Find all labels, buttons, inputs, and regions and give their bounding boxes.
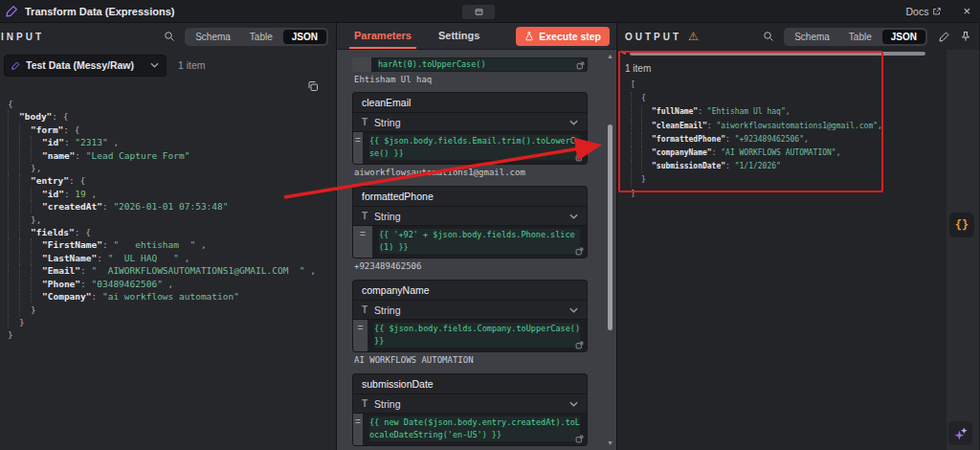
parameter-field-submissionDate: submissionDateTString={{ new Date($json.… — [352, 373, 588, 446]
expression-preview: +923489462506 — [354, 261, 588, 271]
pin-data-icon[interactable] — [960, 31, 971, 42]
json-line: { — [8, 98, 336, 110]
field-type-select[interactable]: TString — [352, 300, 588, 320]
json-line: "companyName": "AI WORKFLOWS AUTOMATION"… — [631, 146, 979, 160]
vertical-scrollbar[interactable] — [608, 124, 612, 330]
close-icon[interactable]: × — [963, 5, 970, 17]
input-source-label: Test Data (Messy/Raw) — [26, 59, 145, 71]
field-type-label: String — [374, 211, 563, 222]
field-name-input[interactable]: submissionDate — [352, 373, 588, 394]
chevron-down-icon — [150, 62, 159, 68]
json-line: } — [8, 316, 336, 328]
json-line: } — [8, 328, 336, 341]
expression-input[interactable]: {{ '+92' + $json.body.fields.Phone.slice… — [372, 226, 587, 258]
json-line: "submissionDate": "1/1/2026" — [631, 160, 979, 173]
parameter-field-companyName: companyNameTString={{ $json.body.fields.… — [352, 280, 588, 365]
node-title: Transform Data (Expressions) — [25, 6, 175, 17]
json-line: "fields": { — [8, 226, 336, 238]
input-json-view[interactable]: {"body": {"form": {"id": "2313" ,"name":… — [0, 94, 336, 342]
output-tab-json[interactable]: JSON — [882, 30, 925, 44]
output-tab-table[interactable]: Table — [840, 30, 880, 44]
input-item-count: 1 item — [178, 59, 206, 71]
set-node-icon — [6, 5, 18, 17]
expand-expression-icon[interactable] — [575, 247, 584, 256]
json-line: "cleanEmail": "aiworkflowsautomations1@g… — [631, 120, 979, 133]
field-type-select[interactable]: TString — [352, 112, 588, 132]
json-line: "name": "Lead Capture Form" — [8, 149, 336, 162]
input-source-select[interactable]: Test Data (Messy/Raw) — [4, 55, 167, 77]
json-line: [ — [631, 79, 979, 92]
json-line: "id": 19 , — [8, 188, 336, 200]
execute-step-button[interactable]: Execute step — [516, 27, 610, 46]
json-line: }, — [8, 214, 336, 226]
search-icon[interactable] — [763, 31, 774, 42]
chevron-down-icon — [569, 401, 578, 407]
expression-input[interactable]: {{ $json.body.fields.Company.toUpperCase… — [368, 320, 587, 351]
expand-expression-icon[interactable] — [575, 341, 584, 349]
ai-assistant-sparkle-icon[interactable] — [948, 421, 972, 445]
json-line: "Company": "ai workflows automation" — [8, 290, 336, 303]
output-item-count: 1 item — [625, 63, 979, 74]
json-line: "createdAt": "2026-01-01 07:53:48" — [8, 200, 336, 213]
input-panel: INPUT SchemaTableJSON Test Data (Messy/R… — [0, 23, 337, 450]
warning-icon: ⚠ — [688, 30, 699, 43]
search-icon[interactable] — [164, 31, 175, 42]
tab-settings[interactable]: Settings — [434, 23, 484, 49]
horizontal-scrollbar-thumb[interactable] — [630, 52, 925, 56]
expand-expression-icon[interactable] — [576, 61, 585, 70]
tab-parameters[interactable]: Parameters — [349, 23, 416, 49]
output-view-tabs: SchemaTableJSON — [784, 28, 927, 46]
expand-expression-icon[interactable] — [575, 435, 584, 443]
expression-equals-badge: = — [353, 320, 368, 351]
expand-expression-icon[interactable] — [575, 153, 584, 162]
output-panel-title: OUTPUT — [625, 32, 681, 42]
panel-toggle-tab[interactable] — [462, 5, 495, 19]
scroll-down-icon[interactable]: ▼ — [607, 439, 613, 446]
field-type-select[interactable]: TString — [352, 394, 588, 414]
field-type-label: String — [374, 117, 563, 128]
json-line: "FirstName": " ehtisham " , — [8, 238, 336, 251]
set-node-icon — [11, 61, 20, 70]
expression-preview: AI WORKFLOWS AUTOMATION — [354, 355, 588, 365]
chevron-down-icon — [569, 214, 578, 219]
braces-button[interactable]: {} — [949, 213, 974, 237]
horizontal-scrollbar[interactable]: ◄ ► — [620, 50, 976, 57]
external-link-icon — [932, 7, 942, 16]
type-text-icon: T — [362, 304, 368, 315]
expression-input[interactable]: harAt(0).toUpperCase() — [371, 57, 588, 72]
input-tab-table[interactable]: Table — [241, 30, 281, 44]
parameters-tabbar: ParametersSettingsExecute step — [337, 23, 616, 50]
json-line: "form": { — [8, 124, 336, 136]
input-tab-schema[interactable]: Schema — [187, 30, 239, 44]
type-text-icon: T — [362, 117, 368, 127]
edit-output-icon[interactable] — [939, 31, 950, 42]
scroll-left-icon[interactable]: ◄ — [620, 49, 627, 56]
expression-preview: Ehtisham Ul haq — [354, 75, 588, 84]
expression-input[interactable]: {{ $json.body.fields.Email.trim().toLowe… — [363, 132, 587, 164]
input-tab-json[interactable]: JSON — [283, 30, 326, 44]
field-type-label: String — [374, 398, 563, 410]
expression-input[interactable]: {{ new Date($json.body.entry.createdAt).… — [363, 414, 587, 445]
json-line: "formattedPhone": "+923489462506", — [631, 133, 979, 146]
json-line: "fullName": "Ehtisham Ul haq", — [631, 105, 979, 119]
field-name-input[interactable]: formattedPhone — [352, 186, 588, 206]
expression-preview: aiworkflowsautomations1@gmail.com — [354, 168, 588, 177]
output-json-view[interactable]: [{"fullName": "Ehtisham Ul haq","cleanEm… — [623, 77, 979, 201]
json-line: "Phone": "03489462506" , — [8, 278, 336, 290]
json-line: "body": { — [8, 110, 336, 123]
field-type-select[interactable]: TString — [352, 206, 588, 226]
field-name-input[interactable]: companyName — [352, 280, 588, 300]
json-line: "id": "2313" , — [8, 136, 336, 148]
type-text-icon: T — [362, 398, 368, 409]
json-line: "Email": " AIWORKFLOWSAUTOMATIONS1@GMAIL… — [8, 264, 336, 277]
flask-icon — [524, 32, 534, 41]
node-details-view: Transform Data (Expressions) Docs × INPU… — [0, 0, 980, 450]
parameter-field-formattedPhone: formattedPhoneTString={{ '+92' + $json.b… — [352, 186, 588, 271]
json-line: }, — [8, 162, 336, 174]
scroll-up-icon[interactable]: ▲ — [607, 53, 613, 59]
field-name-input[interactable]: cleanEmail — [352, 92, 588, 112]
copy-icon[interactable] — [307, 79, 319, 94]
docs-link[interactable]: Docs — [905, 6, 942, 17]
expression-equals-badge — [352, 57, 371, 72]
output-tab-schema[interactable]: Schema — [786, 30, 838, 44]
